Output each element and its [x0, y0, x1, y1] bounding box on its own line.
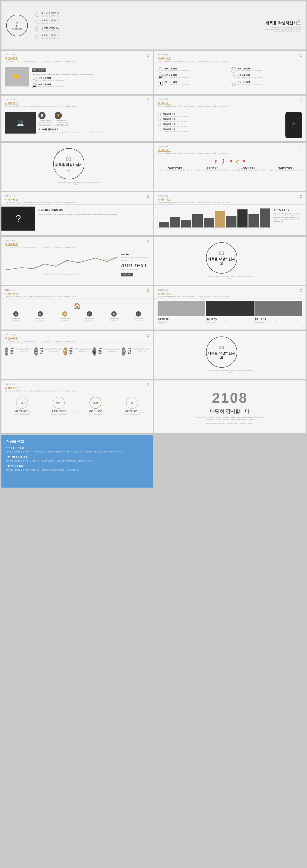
num-2: 02: [158, 118, 162, 121]
num-label-4: 진실 내용 입력: [163, 128, 187, 131]
icon3-body-6: Only the want to fight, do not be afraid: [237, 83, 262, 85]
step-arrow-3: ›: [77, 315, 77, 317]
slide8-sub: Only the want to fight, do not be afraid…: [158, 202, 229, 204]
line-chart-svg: [5, 253, 118, 272]
title-slide-03: 03 제목을 작성하십시오 The important thing in lif…: [154, 237, 306, 285]
slide3-sub: Only the want to fight, do not be afraid…: [158, 61, 229, 62]
slide8-content: 강남 성남 성북 강서 광진 서울 강동 부가적인 설명작성 Don't wan…: [154, 207, 306, 231]
step-sub-5: 설명 내용 작성: [103, 320, 125, 321]
tc-label-2: 진술하여 서술하기: [41, 410, 76, 412]
num-label-1: 진실 내용 입력: [163, 113, 187, 116]
gold-c-6: C: [299, 145, 302, 149]
step-sub-2: 설명 내용 작성: [29, 320, 51, 321]
slide11-year: 2018 제목을: [158, 289, 229, 291]
icon3-3: 📷 본문 내용 입력 Only the want to fight, do no…: [158, 74, 229, 79]
slide6-content: 📍 🏃 📍 C 📍 사업발 대부업자 전략발전 서울 내용을 입력하세요 전략발…: [154, 157, 306, 173]
slide4-icon-item-2: 🏆 명성을 입력하기 The important thing is to hav…: [55, 112, 69, 127]
slide12-header: 2018 제목을 작성하세요 Only the want to fight, d…: [1, 331, 153, 343]
desc-body-1: Only the want to fight, do not be afraid…: [158, 320, 205, 323]
bar-label-7: 강동: [255, 228, 270, 229]
slide-15-blue: 작성을 증고 ● 작성법 & 작성팁 전략발전 서울 내용을 입력하세요. 20…: [1, 435, 153, 488]
gold-c-11: C: [299, 289, 302, 293]
steps-row: 01 상행 연도 건수 설명 내용 작성 › 02 상행 연도 건수 설명 내용…: [5, 311, 149, 321]
logo-circle: 목 차 CONTENTS: [6, 14, 28, 36]
bar-9: [248, 214, 259, 227]
num-body-4: Only the want to right, do not be afraid: [163, 131, 187, 132]
slide12-title: 작성하세요: [5, 337, 18, 340]
thanks-copyright: The important thing is to have a good ai…: [206, 423, 253, 424]
num-body-3: Only the want to right, do not be afraid: [163, 126, 187, 127]
slide12-circle-2: 💻: [34, 347, 38, 356]
slide7-year: 2018 제목을: [5, 194, 76, 197]
photo-1: [158, 301, 205, 316]
slide3-year: 2018 제목을: [158, 53, 229, 56]
icon-body-1: Only the want to fight, do not be afraid…: [38, 80, 66, 82]
title-02-content: 02 제목을 작성하십시오 The important thing in lif…: [53, 148, 101, 185]
slide12-icon-title-2: 서울 내용 추가: [40, 347, 44, 354]
icon-label-1: 본문 내용 입력: [38, 77, 66, 80]
bar-5: [204, 218, 214, 228]
num-4: 04: [158, 128, 162, 131]
text-btn[interactable]: 텍스트 작성: [121, 273, 133, 276]
icon3-label-2: 본문 내용 입력: [237, 67, 262, 70]
icon3-5: 📱 본문 내용 입력 Only the want to fight, do no…: [158, 81, 229, 86]
slide2-sub: Only the want to fight, do not be afraid…: [5, 61, 76, 62]
slide2-title-row: 작성하세요: [5, 56, 76, 60]
title-02-title: 제목을 작성하십시오: [54, 163, 84, 172]
slide3-icons: 🔍 본문 내용 입력 Only the want to fight, do no…: [154, 65, 306, 88]
num-label-3: 진실 내용 입력: [163, 123, 187, 126]
bar-7: [226, 216, 237, 227]
dark-icon-sub-2: The important thing is to have a good ai…: [55, 122, 69, 127]
slide15-section-body-3: 전략발전 서울 내용을 입력하세요. 작성 서울 내용을 입력하세요 전략발전 …: [6, 469, 148, 471]
slide-7-left: 2018 제목을 작성하세요 Only the want to fight, d…: [1, 192, 153, 236]
bar-1: [159, 222, 169, 227]
menu-dot-3: 03: [35, 27, 39, 31]
bar-2: [170, 217, 180, 227]
slide2-year: 2018 제목을: [5, 53, 76, 56]
step-num-5: 05: [111, 311, 116, 316]
desc-body-2: Only the want to fight, do not be afraid…: [206, 320, 253, 323]
bar-chart: [158, 209, 271, 228]
desc-body-3: Only the want to fight, do not be afraid…: [255, 320, 302, 323]
slide13-content: TEXT 진술하여 서술하기 The important thing is to…: [1, 395, 153, 417]
title-04-num: 04: [218, 344, 224, 351]
slide12-circle-4: 📱: [92, 347, 96, 356]
menu-label-1: 제목을 입력하세요: [41, 11, 59, 14]
dark-icon-label-2: 명성을 입력하기: [55, 120, 69, 122]
menu-dot-2: 02: [35, 20, 39, 24]
slide7-right: 사울 내용을 입력하세요 Don't dare to succeed, if y…: [35, 207, 153, 230]
chart-label: 전략발전 서울 내용을 입력하세요 전략발전 서울 내용을 입력하세요: [5, 273, 118, 275]
gold-c-5: C: [299, 98, 302, 102]
slide8-chart: 강남 성남 성북 강서 광진 서울 강동: [158, 209, 271, 229]
tc-4: TEXT 진술하여 서술하기 The important thing is to…: [115, 397, 149, 415]
slide12-icon-desc-5: only the want to right, can not be afrai…: [133, 347, 149, 352]
step-sub-6: 설명 내용 작성: [128, 320, 149, 321]
slide6-title: 작성하세요: [158, 149, 171, 152]
slide12-circle-5: 🔎: [122, 347, 126, 356]
tc-label-4: 진술하여 서술하기: [115, 410, 149, 412]
tc-circle-4: TEXT: [126, 397, 138, 409]
icon3-circle-5: 📱: [158, 81, 163, 86]
slide6-header: 2018 제목을 작성하세요 Only the want to fight, d…: [154, 143, 306, 155]
icon3-body-5: Only the want to fight, do not be afraid: [164, 83, 189, 85]
menu-item-2: 02 제목을 입력하세요 서울 내용을 입력하세요: [35, 19, 253, 25]
icon3-circle-1: 🔍: [158, 67, 163, 72]
icon3-1: 🔍 본문 내용 입력 Only the want to fight, do no…: [158, 67, 229, 72]
slide9-header: 2018 제목을 작성하세요 Only the want to fight, d…: [1, 237, 153, 249]
tc-label-3: 진술하여 서술하기: [78, 410, 113, 412]
slide11-title: 작성하세요: [158, 292, 171, 295]
slide12-year: 2018 제목을: [5, 333, 76, 336]
menu-sub-3: 서울 내용을 입력하세요: [41, 30, 59, 32]
icon3-body-3: Only the want to fight, do not be afraid: [164, 76, 189, 79]
slide6-year: 2018 제목을: [158, 145, 229, 148]
photo-2: [206, 301, 254, 316]
icon-text-1: 본문 내용 입력 Only the want to fight, do not …: [38, 77, 66, 82]
bar-4: [192, 214, 203, 227]
slide12-icon-desc-2: only the want to right, can not be afrai…: [45, 347, 62, 352]
icon3-body-1: Only the want to fight, do not be afraid: [164, 70, 189, 72]
slide10-title: 작성하세요: [5, 292, 18, 295]
location-desc-1: 전략발전 서울 내용을 입력하세요 전략발전 서울 내용: [158, 169, 192, 171]
tc-desc-1: The important thing is to have a good ai…: [5, 412, 40, 415]
bar-8: [237, 210, 248, 227]
slide12-icon-title-3: 서울 내용 추가: [69, 347, 73, 354]
